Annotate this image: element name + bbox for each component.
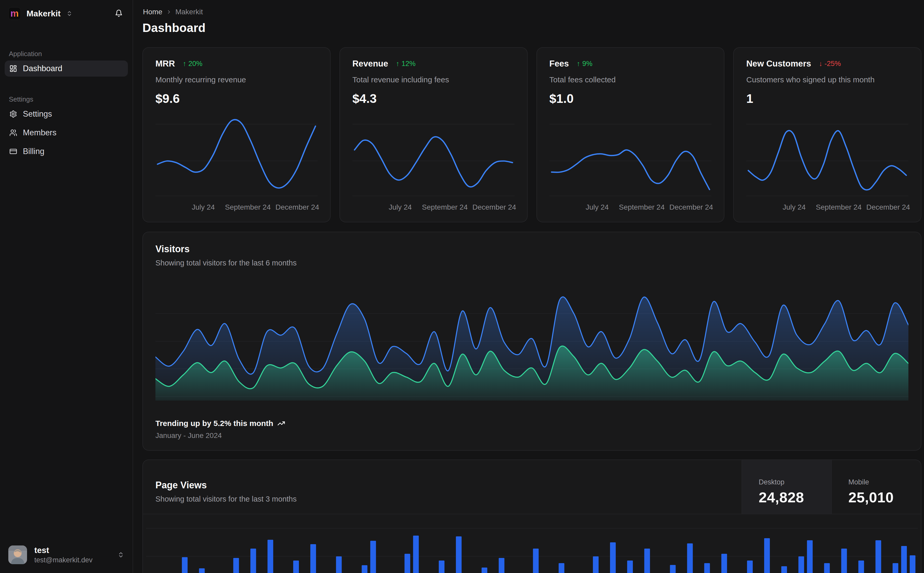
logo-letter: m	[10, 9, 19, 18]
workspace-name: Makerkit	[27, 9, 61, 19]
visitors-area-chart	[155, 282, 908, 402]
x-axis-labels: July 24 September 24 December 24	[746, 203, 908, 214]
stat-title: New Customers	[746, 59, 811, 69]
fees-sparkline-chart	[549, 113, 712, 200]
profile-name: test	[34, 545, 93, 555]
arrow-up-icon: ↑	[183, 60, 187, 68]
credit-card-icon	[9, 147, 17, 155]
user-profile-menu[interactable]: test test@makerkit.dev	[5, 543, 128, 567]
arrow-down-icon: ↓	[819, 60, 823, 68]
profile-email: test@makerkit.dev	[34, 556, 93, 564]
x-axis-labels: July 24 September 24 December 24	[353, 203, 515, 214]
notifications-button[interactable]	[113, 8, 124, 19]
mobile-stat-toggle[interactable]: Mobile 25,010	[831, 460, 921, 514]
sidebar-item-settings[interactable]: Settings	[5, 106, 128, 122]
x-axis-labels: July 24 September 24 December 24	[155, 203, 318, 214]
page-views-subtitle: Showing total visitors for the last 3 mo…	[155, 495, 729, 503]
sidebar-item-label: Dashboard	[23, 64, 63, 73]
layout-dashboard-icon	[9, 65, 17, 72]
stat-value: 1	[746, 91, 908, 106]
page-views-bar-chart	[143, 514, 921, 573]
main-content: Home Makerkit Dashboard MRR ↑20% Monthly…	[133, 0, 924, 573]
stat-card-new-customers: New Customers ↓-25% Customers who signed…	[733, 47, 921, 222]
stat-cards-row: MRR ↑20% Monthly recurring revenue $9.6 …	[143, 47, 921, 222]
stat-title: MRR	[155, 59, 175, 69]
chevrons-up-down-icon	[66, 10, 72, 17]
trend-badge: ↑20%	[183, 60, 202, 68]
arrow-up-icon: ↑	[396, 60, 400, 68]
stat-value: $4.3	[353, 91, 515, 106]
visitors-subtitle: Showing total visitors for the last 6 mo…	[155, 259, 908, 267]
users-icon	[9, 129, 17, 137]
visitors-title: Visitors	[155, 244, 908, 255]
trend-badge: ↓-25%	[819, 60, 841, 68]
sidebar-section-application: Application	[5, 50, 128, 58]
sidebar-item-billing[interactable]: Billing	[5, 143, 128, 160]
x-axis-labels: July 24 September 24 December 24	[549, 203, 712, 214]
revenue-sparkline-chart	[353, 113, 515, 200]
stat-subtitle: Total revenue including fees	[353, 75, 515, 84]
mobile-value: 25,010	[849, 489, 894, 506]
customers-sparkline-chart	[746, 113, 908, 200]
stat-title: Fees	[549, 59, 569, 69]
sidebar-section-settings: Settings	[5, 96, 128, 103]
mobile-label: Mobile	[849, 478, 869, 486]
stat-card-fees: Fees ↑9% Total fees collected $1.0 July …	[537, 47, 725, 222]
stat-value: $9.6	[155, 91, 318, 106]
stat-title: Revenue	[353, 59, 388, 69]
sidebar-item-label: Members	[23, 128, 56, 138]
desktop-value: 24,828	[759, 489, 804, 506]
stat-card-revenue: Revenue ↑12% Total revenue including fee…	[339, 47, 528, 222]
gear-icon	[9, 110, 17, 118]
chevron-right-icon	[166, 9, 172, 15]
visitors-date-range: January - June 2024	[155, 431, 908, 440]
breadcrumb-home-link[interactable]: Home	[143, 8, 162, 16]
mrr-sparkline-chart	[155, 113, 318, 200]
stat-subtitle: Total fees collected	[549, 75, 712, 84]
trending-up-icon	[277, 420, 285, 427]
visitors-trend-text: Trending up by 5.2% this month	[155, 419, 273, 428]
sidebar-item-members[interactable]: Members	[5, 125, 128, 141]
chevrons-up-down-icon	[118, 551, 124, 558]
sidebar-item-dashboard[interactable]: Dashboard	[5, 61, 128, 77]
trend-badge: ↑9%	[577, 60, 593, 68]
stat-subtitle: Customers who signed up this month	[746, 75, 908, 84]
page-views-card: Page Views Showing total visitors for th…	[143, 459, 921, 573]
page-views-title: Page Views	[155, 480, 729, 491]
bell-icon	[115, 9, 123, 17]
workspace-selector[interactable]: m Makerkit	[8, 7, 113, 20]
breadcrumb: Home Makerkit	[143, 8, 921, 16]
stat-card-mrr: MRR ↑20% Monthly recurring revenue $9.6 …	[143, 47, 331, 222]
page-title: Dashboard	[143, 21, 921, 35]
makerkit-dashboard-app: m Makerkit Application Dashboard Setting…	[0, 0, 924, 573]
breadcrumb-current: Makerkit	[176, 8, 203, 16]
trend-badge: ↑12%	[396, 60, 416, 68]
avatar	[8, 545, 27, 564]
stat-value: $1.0	[549, 91, 712, 106]
sidebar-item-label: Billing	[23, 147, 44, 156]
desktop-label: Desktop	[759, 478, 784, 486]
visitors-card: Visitors Showing total visitors for the …	[143, 232, 921, 451]
arrow-up-icon: ↑	[577, 60, 580, 68]
makerkit-logo: m	[8, 7, 21, 20]
sidebar-item-label: Settings	[23, 110, 52, 119]
desktop-stat-toggle[interactable]: Desktop 24,828	[742, 460, 831, 514]
sidebar: m Makerkit Application Dashboard Setting…	[0, 0, 133, 573]
stat-subtitle: Monthly recurring revenue	[155, 75, 318, 84]
